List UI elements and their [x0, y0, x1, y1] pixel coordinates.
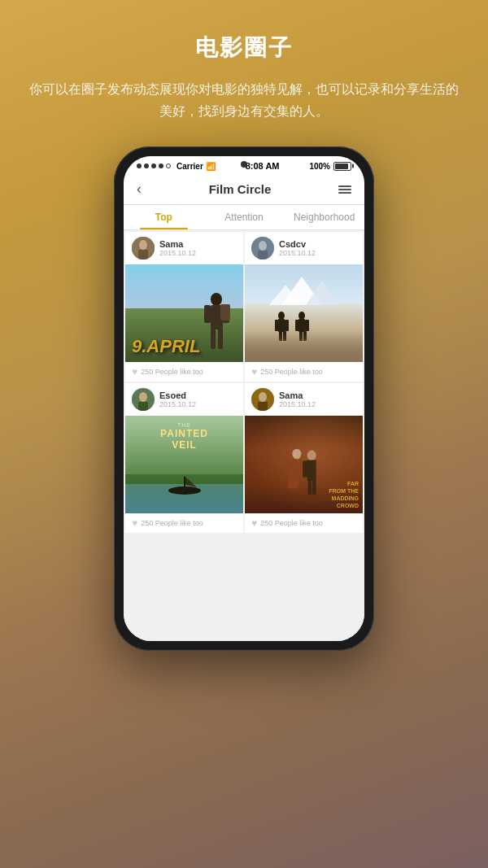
svg-rect-36: [258, 402, 268, 411]
nav-bar: ‹ Film Circle: [124, 174, 364, 205]
svg-point-37: [292, 449, 301, 460]
svg-point-35: [259, 392, 267, 402]
svg-rect-41: [307, 460, 316, 482]
carrier-label: Carrier: [176, 162, 203, 171]
svg-rect-8: [218, 329, 223, 349]
svg-rect-30: [138, 402, 148, 411]
post-item-4[interactable]: Sama 2015.10.12: [245, 383, 363, 533]
movie-poster-2[interactable]: [245, 264, 363, 362]
svg-point-11: [259, 241, 267, 251]
user-info-1: Sama 2015.10.12: [159, 239, 237, 257]
tab-top[interactable]: Top: [124, 205, 204, 229]
svg-rect-42: [303, 461, 307, 478]
svg-rect-23: [298, 319, 305, 332]
svg-rect-38: [286, 460, 290, 474]
svg-rect-5: [204, 305, 211, 323]
svg-point-40: [307, 451, 316, 461]
svg-point-22: [298, 312, 305, 320]
svg-rect-25: [305, 320, 309, 331]
post-footer-3: ♥ 250 People like too: [125, 513, 243, 533]
content-area: Sama 2015.10.12: [124, 230, 364, 641]
svg-rect-19: [285, 320, 289, 331]
date-4: 2015.10.12: [279, 400, 356, 408]
menu-button[interactable]: [338, 185, 351, 194]
svg-rect-24: [295, 320, 299, 331]
avatar-sama-2: [251, 388, 274, 411]
menu-line-3: [338, 192, 351, 194]
post-item-2[interactable]: Csdcv 2015.10.12: [245, 232, 363, 382]
svg-rect-17: [278, 319, 285, 332]
movie-poster-1[interactable]: 9.APRIL: [125, 264, 243, 362]
battery-area: 100%: [309, 162, 351, 171]
heart-icon-3[interactable]: ♥: [132, 517, 137, 529]
battery-fill: [335, 164, 348, 169]
post-footer-2: ♥ 250 People like too: [245, 362, 363, 382]
menu-line-1: [338, 185, 351, 187]
movie-poster-4[interactable]: FARFROM THEMADDINGCROWD: [245, 416, 363, 513]
signal-dot-4: [159, 164, 163, 168]
username-3: Esoed: [159, 390, 237, 400]
svg-point-1: [139, 240, 147, 250]
signal-dot-5: [166, 164, 171, 168]
svg-rect-32: [184, 477, 185, 491]
battery-pct: 100%: [309, 162, 330, 171]
tab-neighborhood[interactable]: Neighborhood: [284, 205, 364, 229]
tab-attention[interactable]: Attention: [204, 205, 285, 229]
date-2: 2015.10.12: [279, 249, 356, 257]
heart-icon-2[interactable]: ♥: [251, 366, 257, 377]
user-info-3: Esoed 2015.10.12: [159, 390, 237, 408]
avatar-csdcv: [251, 237, 274, 260]
signal-dot-2: [144, 164, 149, 168]
post-footer-4: ♥ 250 People like too: [245, 513, 363, 533]
signal-area: Carrier 📶: [137, 162, 216, 171]
bg-title: 电影圈子: [24, 33, 464, 63]
far-title: FARFROM THEMADDINGCROWD: [329, 480, 359, 509]
avatar-sama-1: [132, 237, 155, 260]
movie-poster-3[interactable]: THE PAINTED VEIL: [125, 416, 243, 513]
svg-marker-33: [185, 477, 197, 487]
far-figures: [281, 444, 326, 501]
svg-point-3: [211, 293, 222, 306]
back-button[interactable]: ‹: [137, 181, 142, 198]
posts-grid: Sama 2015.10.12: [124, 230, 364, 534]
avatar-esoed: [132, 388, 155, 411]
like-count-2: 250 People like too: [260, 368, 323, 376]
post-item-3[interactable]: Esoed 2015.10.12: [125, 383, 243, 533]
phone-frame: Carrier 📶 8:08 AM 100% ‹ Film Circle: [114, 146, 374, 651]
winter-ground: [245, 333, 363, 362]
date-1: 2015.10.12: [159, 249, 237, 257]
post-item-1[interactable]: Sama 2015.10.12: [125, 232, 243, 382]
post-header-3: Esoed 2015.10.12: [125, 383, 243, 416]
post-header-4: Sama 2015.10.12: [245, 383, 363, 416]
wifi-icon: 📶: [206, 162, 216, 171]
far-title-area: FARFROM THEMADDINGCROWD: [329, 480, 359, 509]
soldier-silhouette: [203, 293, 231, 358]
boat-silhouette: [164, 473, 205, 497]
svg-rect-7: [211, 329, 216, 349]
svg-rect-39: [298, 460, 303, 472]
menu-line-2: [338, 189, 351, 190]
svg-point-29: [139, 392, 147, 402]
battery-icon: [333, 162, 351, 171]
like-count-4: 250 People like too: [260, 519, 323, 527]
svg-rect-12: [258, 251, 268, 260]
svg-rect-9: [220, 304, 230, 321]
date-3: 2015.10.12: [159, 400, 237, 408]
phone-screen: Carrier 📶 8:08 AM 100% ‹ Film Circle: [124, 156, 364, 641]
tab-bar: Top Attention Neighborhood: [124, 205, 364, 230]
username-1: Sama: [159, 239, 237, 249]
veil-main-title-2: VEIL: [125, 439, 243, 451]
heart-icon-4[interactable]: ♥: [251, 517, 257, 529]
signal-dot-1: [137, 164, 142, 168]
page-title: Film Circle: [209, 182, 272, 196]
post-header-1: Sama 2015.10.12: [125, 232, 243, 264]
background-text-area: 电影圈子 你可以在圈子发布动态展现你对电影的独特见解，也可以记录和分享生活的美好…: [0, 0, 488, 146]
veil-title-area: THE PAINTED VEIL: [125, 422, 243, 451]
svg-rect-43: [307, 481, 312, 495]
poster-title-april: 9.APRIL: [132, 338, 200, 355]
user-info-4: Sama 2015.10.12: [279, 390, 356, 408]
heart-icon-1[interactable]: ♥: [132, 366, 137, 377]
svg-rect-18: [275, 320, 279, 331]
like-count-1: 250 People like too: [141, 368, 203, 376]
svg-rect-44: [312, 481, 316, 495]
